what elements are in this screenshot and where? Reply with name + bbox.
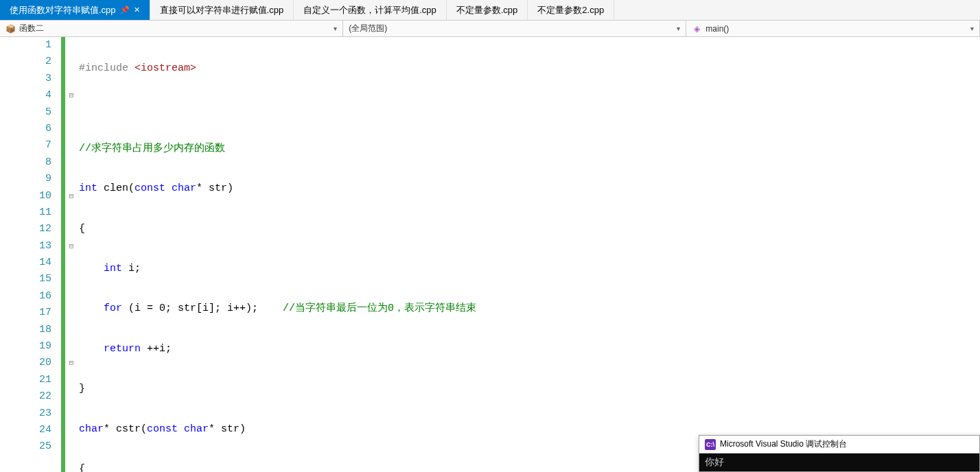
line-number: 21 xyxy=(0,372,51,388)
line-number: 1 xyxy=(0,37,51,54)
line-number-gutter: 1 2 3 4 5 6 7 8 9 10 11 12 13 14 15 16 1… xyxy=(0,37,58,472)
line-number: 16 xyxy=(0,288,51,305)
line-number: 19 xyxy=(0,338,51,355)
line-number: 2 xyxy=(0,54,51,70)
tab-label: 不定量参数2.cpp xyxy=(537,4,604,16)
line-number: 24 xyxy=(0,422,51,438)
chevron-down-icon: ▾ xyxy=(334,25,337,32)
line-number: 7 xyxy=(0,137,51,154)
line-number: 6 xyxy=(0,121,51,137)
line-number: 22 xyxy=(0,388,51,405)
line-number: 4 xyxy=(0,87,51,104)
class-scope-label: 函数二 xyxy=(19,23,44,34)
tab-file[interactable]: 自定义一个函数，计算平均值.cpp xyxy=(294,0,447,20)
tab-bar: 使用函数对字符串赋值.cpp 📌 ✕ 直接可以对字符串进行赋值.cpp 自定义一… xyxy=(0,0,980,21)
console-output: 你好 xyxy=(699,453,979,471)
tab-file[interactable]: 直接可以对字符串进行赋值.cpp xyxy=(150,0,294,20)
fold-toggle[interactable]: ⊟ xyxy=(65,188,78,204)
fold-toggle[interactable]: ⊟ xyxy=(65,87,78,104)
line-number: 8 xyxy=(0,154,51,171)
tab-label: 不定量参数.cpp xyxy=(456,4,518,16)
console-icon: C:\ xyxy=(705,439,716,450)
class-scope-dropdown[interactable]: 📦 函数二 ▾ xyxy=(0,21,343,36)
chevron-down-icon: ▾ xyxy=(970,25,974,32)
code-line xyxy=(79,100,980,117)
code-line: return ++i; xyxy=(79,341,980,357)
code-line: int clen(const char* str) xyxy=(79,180,980,197)
function-scope-label: (全局范围) xyxy=(349,23,387,34)
line-number: 11 xyxy=(0,204,51,221)
line-number: 5 xyxy=(0,104,51,121)
fold-toggle[interactable]: ⊟ xyxy=(65,355,78,371)
code-line: } xyxy=(79,381,980,397)
console-title-text: Microsoft Visual Studio 调试控制台 xyxy=(720,438,847,450)
code-editor[interactable]: 1 2 3 4 5 6 7 8 9 10 11 12 13 14 15 16 1… xyxy=(0,37,980,472)
debug-console-window[interactable]: C:\ Microsoft Visual Studio 调试控制台 你好 xyxy=(699,435,980,472)
code-line: //求字符串占用多少内存的函数 xyxy=(79,141,980,157)
close-icon[interactable]: ✕ xyxy=(134,5,140,14)
code-line: int i; xyxy=(79,261,980,277)
tab-file[interactable]: 不定量参数.cpp xyxy=(447,0,528,20)
code-content[interactable]: #include <iostream> //求字符串占用多少内存的函数 int … xyxy=(78,37,980,472)
line-number: 18 xyxy=(0,322,51,338)
tab-label: 直接可以对字符串进行赋值.cpp xyxy=(160,4,284,16)
console-output-text: 你好 xyxy=(705,456,724,467)
function-scope-dropdown[interactable]: (全局范围) ▾ xyxy=(343,21,686,36)
tab-label: 使用函数对字符串赋值.cpp xyxy=(10,4,116,16)
line-number: 17 xyxy=(0,305,51,321)
line-number: 20 xyxy=(0,355,51,371)
line-number: 9 xyxy=(0,171,51,187)
line-number: 3 xyxy=(0,71,51,87)
console-titlebar[interactable]: C:\ Microsoft Visual Studio 调试控制台 xyxy=(699,436,979,453)
member-scope-dropdown[interactable]: ◈ main() ▾ xyxy=(686,21,980,36)
method-icon: ◈ xyxy=(692,24,701,34)
line-number: 12 xyxy=(0,221,51,237)
line-number: 10 xyxy=(0,188,51,204)
tab-file[interactable]: 不定量参数2.cpp xyxy=(528,0,614,20)
fold-column: ⊟ ⊟ ⊟ ⊟ xyxy=(65,37,78,472)
line-number: 14 xyxy=(0,255,51,271)
code-line: { xyxy=(79,221,980,237)
code-line: #include <iostream> xyxy=(79,60,980,77)
pin-icon[interactable]: 📌 xyxy=(120,5,130,14)
tab-file-active[interactable]: 使用函数对字符串赋值.cpp 📌 ✕ xyxy=(0,0,150,20)
line-number: 25 xyxy=(0,438,51,455)
line-number: 23 xyxy=(0,405,51,422)
line-number: 15 xyxy=(0,271,51,287)
code-line: for (i = 0; str[i]; i++); //当字符串最后一位为0，表… xyxy=(79,300,980,317)
line-number: 13 xyxy=(0,238,51,255)
fold-toggle[interactable]: ⊟ xyxy=(65,238,78,255)
navigation-bar: 📦 函数二 ▾ (全局范围) ▾ ◈ main() ▾ xyxy=(0,21,980,37)
chevron-down-icon: ▾ xyxy=(677,25,680,32)
tab-label: 自定义一个函数，计算平均值.cpp xyxy=(303,4,436,16)
class-icon: 📦 xyxy=(5,24,15,34)
member-scope-label: main() xyxy=(705,24,729,34)
